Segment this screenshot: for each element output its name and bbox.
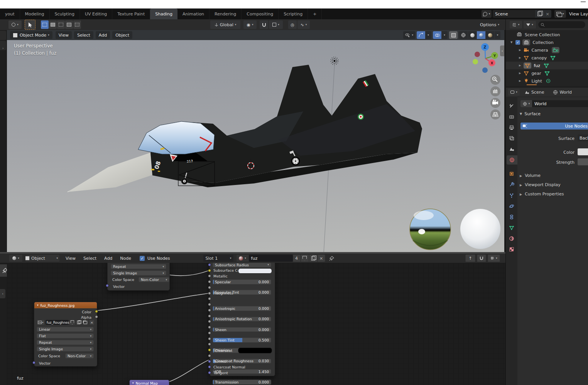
blend-file-icon[interactable]: ▾ (482, 10, 492, 18)
viewport-menu-select[interactable]: Select (74, 31, 93, 39)
principled-transmission-socket[interactable] (208, 337, 211, 340)
expand-arrow[interactable]: ▶ (519, 49, 521, 52)
slot-dropdown[interactable]: Slot 1▾ (203, 255, 233, 262)
overlays-toggle[interactable] (433, 31, 441, 39)
node-header[interactable]: ▾ fuz_Roughness.jpg (34, 302, 97, 308)
surface-panel-header[interactable]: ▼ Surface (520, 111, 541, 116)
snap-node-toggle[interactable] (477, 254, 486, 262)
options-dropdown[interactable]: Options▾ (480, 22, 499, 27)
outliner-row-scene-collection[interactable]: Scene Collection (506, 31, 588, 39)
shading-rendered-button[interactable] (486, 31, 494, 39)
snap-settings-dropdown[interactable]: ▾ (269, 20, 283, 29)
socket-color-out[interactable] (95, 310, 98, 313)
shader-menu-add[interactable]: Add (104, 256, 112, 261)
breadcrumb-world[interactable]: World (560, 90, 572, 95)
principled-transmission[interactable]: Transmission0.000 (213, 380, 271, 385)
panel-custom-properties[interactable]: ▶Custom Properties (520, 192, 564, 197)
image-fake-user-button[interactable] (69, 319, 75, 325)
viewport-3d[interactable]: User Perspective (1) Collection | fuz (7, 40, 504, 254)
principled-tangent-socket[interactable] (208, 371, 211, 374)
view-layer-icon-button[interactable]: ▾ (554, 10, 566, 18)
outliner-display-mode-dropdown[interactable]: ▾ (510, 21, 522, 29)
use-nodes-checkbox-group[interactable]: ✓ Use Nodes (140, 256, 170, 261)
tab--[interactable]: + (308, 8, 322, 19)
image-name-field[interactable]: fuz_Roughness.j.. (46, 320, 69, 325)
viewport-sidebar-tab[interactable]: ‹ (500, 45, 504, 56)
image-unlink-button[interactable]: × (89, 319, 95, 325)
principled-specular-tint-socket[interactable] (208, 286, 211, 289)
tab-compositing[interactable]: Compositing (242, 8, 279, 19)
scene-delete-button[interactable]: × (544, 10, 551, 18)
socket-vector-in[interactable] (32, 361, 35, 364)
pivot-point-dropdown[interactable]: ◉▾ (243, 20, 257, 29)
fake-user-button[interactable] (301, 254, 309, 262)
shading-solid-button[interactable] (468, 31, 476, 39)
node-header[interactable]: ▾ Normal Map (130, 380, 169, 385)
proportional-falloff-dropdown[interactable]: ∿▾ (297, 20, 310, 29)
gizmo-dropdown[interactable]: ▾ (425, 31, 431, 39)
select-intersect-button[interactable] (73, 20, 81, 29)
outliner-row-canopy[interactable]: ▶ canopy (506, 54, 588, 62)
world-name-field[interactable]: World (532, 100, 588, 107)
principled-normal-socket[interactable] (208, 360, 211, 363)
roughness-texture-node[interactable]: ▾ fuz_Roughness.jpg Color Alpha ▾ fuz_Ro… (34, 302, 97, 367)
viewport-menu-object[interactable]: Object (112, 31, 132, 39)
properties-tab-material[interactable] (507, 234, 516, 243)
outliner-row-fuz[interactable]: ▶ fuz (506, 62, 588, 69)
use-nodes-button[interactable]: Use Nodes (520, 123, 588, 129)
outliner-filter-dropdown[interactable]: ▾ (524, 21, 536, 29)
shading-wireframe-button[interactable] (459, 31, 468, 39)
properties-editor-type-button[interactable]: ▾ (508, 89, 520, 96)
sidebar-collapse-tab[interactable]: ‹ (0, 289, 5, 298)
breadcrumb-scene[interactable]: Scene (531, 90, 544, 95)
properties-tab-constraints[interactable] (507, 212, 516, 222)
tab-yout[interactable]: yout (0, 8, 20, 19)
principled-sheen-tint[interactable]: Sheen Tint0.500 (213, 338, 271, 343)
collapse-icon[interactable]: ▾ (37, 304, 39, 307)
principled-sheen-socket[interactable] (208, 309, 211, 312)
scene-copy-button[interactable] (535, 10, 544, 18)
outliner-row-gear[interactable]: ▶ gear (506, 69, 588, 77)
principled-roughness-socket[interactable] (208, 292, 211, 295)
image-open-button[interactable] (83, 319, 88, 325)
select-subtract-button[interactable] (57, 20, 65, 29)
active-tool-button[interactable] (25, 20, 35, 30)
collapse-icon[interactable]: ▾ (132, 382, 134, 385)
principled-sheen-tint-socket[interactable] (208, 314, 211, 318)
principled-specular[interactable]: Specular0.000 (213, 279, 271, 284)
outliner-row-collection[interactable]: ▼ ✓ Collection (506, 39, 588, 46)
material-browse-button[interactable]: ▾ (237, 255, 249, 262)
xray-toggle[interactable] (449, 31, 458, 39)
material-users-button[interactable]: 4 (293, 254, 301, 262)
tab-shading[interactable]: Shading (150, 8, 177, 19)
principled-subsurface-radius-socket[interactable] (208, 263, 211, 266)
image-browse-button[interactable]: ▾ (37, 319, 45, 325)
shader-type-dropdown[interactable]: Object▾ (25, 255, 59, 262)
outliner-row-camera[interactable]: ▶ Camera (506, 46, 588, 54)
view-layer-name[interactable]: View Lay (569, 12, 588, 17)
normal-map-node[interactable]: ▾ Normal Map (129, 380, 169, 385)
shader-menu-view[interactable]: View (66, 256, 76, 261)
active-tool-selector[interactable]: ▾ (8, 20, 22, 29)
shading-material-button[interactable] (477, 31, 485, 39)
shading-dropdown[interactable]: ▾ (495, 31, 500, 39)
select-extend-button[interactable] (49, 20, 57, 29)
image-copy-button[interactable] (76, 319, 82, 325)
collection-checkbox[interactable]: ✓ (515, 40, 520, 45)
dropdown-repeat[interactable]: Repeat▾ (111, 264, 166, 269)
expand-arrow[interactable]: ▶ (519, 56, 521, 59)
strength-field[interactable] (578, 158, 588, 165)
viewport-menu-view[interactable]: View (56, 31, 72, 39)
panel-viewport-display[interactable]: ▶Viewport Display (520, 182, 561, 187)
window-minimize-dash[interactable] (581, 1, 586, 2)
properties-tab-texture[interactable] (507, 245, 516, 254)
tab-animation[interactable]: Animation (177, 8, 210, 19)
world-datablock-menu[interactable]: ▾ (520, 100, 532, 107)
color-space-dropdown[interactable]: Non-Color▾ (139, 277, 169, 282)
unlink-material-button[interactable]: × (318, 254, 325, 262)
properties-tab-object[interactable] (507, 169, 516, 178)
material-name-field[interactable]: fuz (249, 255, 293, 262)
properties-tab-modifiers[interactable] (507, 180, 516, 189)
dropdown-flat[interactable]: Flat▾ (37, 333, 94, 338)
world-color-swatch[interactable] (578, 148, 588, 155)
